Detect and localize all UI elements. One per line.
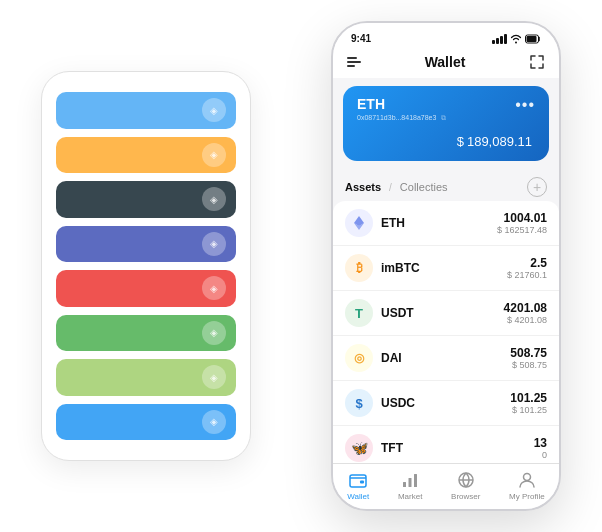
header-title: Wallet	[425, 54, 466, 70]
browser-nav-icon	[456, 470, 476, 490]
usdc-amount-primary: 101.25	[510, 391, 547, 405]
imbtc-amount-usd: $ 21760.1	[507, 270, 547, 280]
bg-card-6: ◈	[56, 315, 236, 352]
scene: ◈ ◈ ◈ ◈ ◈ ◈ ◈ ◈ 9:41	[21, 16, 581, 516]
tab-collecties[interactable]: Collecties	[400, 181, 448, 193]
profile-nav-icon	[517, 470, 537, 490]
bg-card-7: ◈	[56, 359, 236, 396]
svg-rect-5	[360, 481, 364, 484]
imbtc-amounts: 2.5 $ 21760.1	[507, 256, 547, 280]
wallet-nav-icon	[348, 470, 368, 490]
add-asset-button[interactable]: +	[527, 177, 547, 197]
usdt-asset-name: USDT	[381, 306, 504, 320]
tft-asset-name: TFT	[381, 441, 534, 455]
tab-assets[interactable]: Assets	[345, 181, 381, 193]
eth-hero-card[interactable]: ETH 0x08711d3b...8418a78e3 ⧉ ••• $189,08…	[343, 86, 549, 161]
eth-balance-amount: $189,089.11	[357, 128, 535, 151]
assets-tabs: Assets / Collecties	[345, 181, 448, 193]
tft-icon: 🦋	[345, 434, 373, 462]
tab-divider: /	[389, 182, 392, 193]
eth-amounts: 1004.01 $ 162517.48	[497, 211, 547, 235]
svg-point-11	[523, 474, 530, 481]
asset-list: ETH 1004.01 $ 162517.48 ₿ imBTC 2.5 $ 21…	[333, 201, 559, 463]
time-display: 9:41	[351, 33, 371, 44]
asset-item-tft[interactable]: 🦋 TFT 13 0	[333, 426, 559, 463]
imbtc-icon: ₿	[345, 254, 373, 282]
svg-rect-6	[403, 482, 406, 487]
usdt-amount-usd: $ 4201.08	[504, 315, 547, 325]
expand-icon[interactable]	[529, 54, 545, 70]
bg-card-icon-3: ◈	[202, 187, 226, 211]
eth-amount-usd: $ 162517.48	[497, 225, 547, 235]
bg-card-5: ◈	[56, 270, 236, 307]
wifi-icon	[510, 34, 522, 44]
usdt-amounts: 4201.08 $ 4201.08	[504, 301, 547, 325]
status-bar: 9:41	[333, 23, 559, 48]
dai-amount-usd: $ 508.75	[510, 360, 547, 370]
eth-copy-icon: ⧉	[441, 114, 446, 121]
battery-icon	[525, 34, 541, 44]
imbtc-amount-primary: 2.5	[507, 256, 547, 270]
wallet-nav-label: Wallet	[347, 492, 369, 501]
assets-header: Assets / Collecties +	[333, 169, 559, 201]
eth-hero-top: ETH 0x08711d3b...8418a78e3 ⧉ •••	[357, 96, 535, 122]
phone-header: Wallet	[333, 48, 559, 78]
nav-market[interactable]: Market	[398, 470, 422, 501]
background-device: ◈ ◈ ◈ ◈ ◈ ◈ ◈ ◈	[41, 71, 251, 461]
asset-item-usdt[interactable]: T USDT 4201.08 $ 4201.08	[333, 291, 559, 336]
bg-card-icon-4: ◈	[202, 232, 226, 256]
phone: 9:41	[331, 21, 561, 511]
asset-item-imbtc[interactable]: ₿ imBTC 2.5 $ 21760.1	[333, 246, 559, 291]
bg-card-icon-7: ◈	[202, 365, 226, 389]
usdc-amounts: 101.25 $ 101.25	[510, 391, 547, 415]
bg-card-icon-6: ◈	[202, 321, 226, 345]
tft-amounts: 13 0	[534, 436, 547, 460]
menu-icon[interactable]	[347, 57, 361, 67]
bg-card-1: ◈	[56, 92, 236, 129]
phone-content: ETH 0x08711d3b...8418a78e3 ⧉ ••• $189,08…	[333, 78, 559, 463]
nav-profile[interactable]: My Profile	[509, 470, 545, 501]
svg-rect-8	[414, 474, 417, 487]
signal-bars	[492, 34, 507, 44]
tft-amount-usd: 0	[534, 450, 547, 460]
dai-amounts: 508.75 $ 508.75	[510, 346, 547, 370]
bg-card-3: ◈	[56, 181, 236, 218]
profile-nav-label: My Profile	[509, 492, 545, 501]
market-nav-label: Market	[398, 492, 422, 501]
eth-asset-name: ETH	[381, 216, 497, 230]
bg-card-8: ◈	[56, 404, 236, 441]
svg-rect-7	[409, 478, 412, 487]
asset-item-dai[interactable]: ◎ DAI 508.75 $ 508.75	[333, 336, 559, 381]
asset-item-eth[interactable]: ETH 1004.01 $ 162517.48	[333, 201, 559, 246]
tft-amount-primary: 13	[534, 436, 547, 450]
asset-item-usdc[interactable]: $ USDC 101.25 $ 101.25	[333, 381, 559, 426]
bottom-nav: Wallet Market	[333, 463, 559, 509]
eth-icon	[345, 209, 373, 237]
market-nav-icon	[400, 470, 420, 490]
dai-icon: ◎	[345, 344, 373, 372]
eth-coin-name: ETH	[357, 96, 446, 112]
nav-wallet[interactable]: Wallet	[347, 470, 369, 501]
eth-amount-primary: 1004.01	[497, 211, 547, 225]
usdc-icon: $	[345, 389, 373, 417]
bg-card-icon-8: ◈	[202, 410, 226, 434]
eth-options-button[interactable]: •••	[515, 96, 535, 114]
status-icons	[492, 34, 541, 44]
usdc-asset-name: USDC	[381, 396, 510, 410]
bg-card-icon-1: ◈	[202, 98, 226, 122]
usdt-amount-primary: 4201.08	[504, 301, 547, 315]
bg-card-icon-2: ◈	[202, 143, 226, 167]
eth-address: 0x08711d3b...8418a78e3 ⧉	[357, 114, 446, 122]
dai-amount-primary: 508.75	[510, 346, 547, 360]
bg-card-2: ◈	[56, 137, 236, 174]
bg-card-icon-5: ◈	[202, 276, 226, 300]
browser-nav-label: Browser	[451, 492, 480, 501]
svg-rect-1	[527, 36, 537, 42]
usdc-amount-usd: $ 101.25	[510, 405, 547, 415]
nav-browser[interactable]: Browser	[451, 470, 480, 501]
usdt-icon: T	[345, 299, 373, 327]
dai-asset-name: DAI	[381, 351, 510, 365]
bg-card-4: ◈	[56, 226, 236, 263]
imbtc-asset-name: imBTC	[381, 261, 507, 275]
